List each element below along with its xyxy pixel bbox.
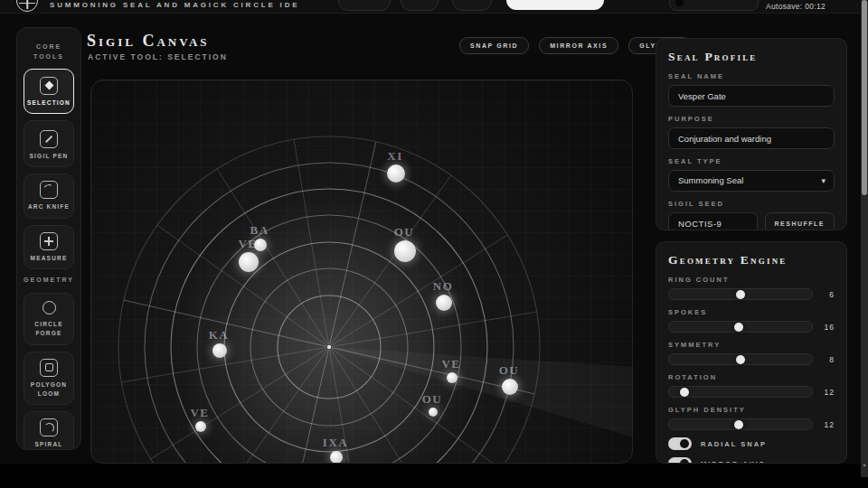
- glyph-node-ve[interactable]: [239, 252, 259, 272]
- topbar-action-3[interactable]: [452, 0, 492, 11]
- tool-button-sigil-pen[interactable]: SIGIL PEN: [24, 120, 74, 168]
- scrollbar-thumb[interactable]: [862, 0, 867, 195]
- glyph-density-value: 12: [820, 420, 835, 429]
- tool-label-selection: SELECTION: [26, 99, 71, 108]
- seal-type-value: Summoning Seal: [678, 175, 743, 185]
- rotation-value: 12: [820, 388, 835, 397]
- slider-thumb[interactable]: [736, 355, 745, 364]
- tool-label-sigil-pen: SIGIL PEN: [26, 152, 71, 161]
- rotation-slider[interactable]: [668, 386, 813, 398]
- chevron-down-icon: ▾: [821, 171, 826, 191]
- autosave-status: Autosave: 00:12: [766, 2, 826, 11]
- glyph-density-slider[interactable]: [668, 418, 813, 430]
- purpose-input[interactable]: [668, 127, 835, 149]
- geometry-engine-panel: Geometry Engine RING COUNT6SPOKES16SYMME…: [656, 241, 847, 464]
- tool-label-polygon-loom: POLYGON LOOM: [26, 380, 71, 399]
- section-label-core-tools: CORE TOOLS: [21, 42, 77, 61]
- seal-type-select[interactable]: Summoning Seal ▾: [668, 170, 835, 192]
- tool-button-measure[interactable]: MEASURE: [24, 225, 74, 269]
- glyph-label-ou: OU: [394, 225, 415, 239]
- glyph-node-no[interactable]: [436, 295, 452, 311]
- app-title: SUMMONING SEAL AND MAGICK CIRCLE IDE: [50, 1, 299, 9]
- topbar-action-1[interactable]: [338, 0, 391, 11]
- spokes-slider[interactable]: [668, 321, 813, 333]
- active-tool-status: ACTIVE TOOL: SELECTION: [88, 52, 228, 61]
- circle-forge-icon: [41, 300, 57, 316]
- purpose-label: PURPOSE: [668, 115, 835, 123]
- scrollbar-down-arrow-icon[interactable]: ▾: [861, 462, 868, 468]
- page-scrollbar[interactable]: ▾: [861, 0, 868, 477]
- slider-label-symmetry: SYMMETRY: [668, 341, 835, 349]
- glyph-node-ou[interactable]: [429, 408, 438, 417]
- sigil-seed-input[interactable]: [668, 212, 758, 230]
- mirror-axis-toggle[interactable]: [668, 457, 692, 464]
- tool-button-spiral-gate[interactable]: SPIRAL GATE: [24, 411, 74, 450]
- sigil-seed-label: SIGIL SEED: [668, 200, 835, 208]
- glyph-label-ve: VE: [441, 357, 460, 371]
- glyph-label-ixa: IXA: [323, 436, 348, 450]
- rings-svg: [91, 80, 633, 464]
- slider-thumb[interactable]: [680, 388, 689, 397]
- reshuffle-button[interactable]: RESHUFFLE: [765, 212, 835, 230]
- glyph-label-ve: VE: [238, 237, 257, 251]
- seal-type-label: SEAL TYPE: [668, 157, 835, 165]
- sigil-canvas[interactable]: XIOUBAVENOKAVEOUOUVEIXA: [90, 80, 633, 464]
- tool-button-polygon-loom[interactable]: POLYGON LOOM: [24, 352, 74, 406]
- tool-label-spiral-gate: SPIRAL GATE: [26, 440, 71, 450]
- tool-button-selection[interactable]: SELECTION: [24, 69, 74, 114]
- spokes-value: 16: [820, 323, 835, 332]
- slider-label-rotation: ROTATION: [668, 373, 835, 381]
- slider-thumb[interactable]: [736, 290, 745, 299]
- slider-label-spokes: SPOKES: [668, 308, 835, 316]
- tool-sidebar: CORE TOOLSSELECTIONSIGIL PENARC KNIFEMEA…: [16, 27, 81, 450]
- glyph-label-ba: BA: [250, 223, 269, 238]
- toggle-knob: [680, 459, 689, 464]
- toggle-knob: [680, 439, 689, 448]
- tool-label-circle-forge: CIRCLE FORGE: [26, 320, 71, 339]
- polygon-loom-icon: [40, 359, 58, 377]
- arc-knife-icon: [40, 181, 58, 199]
- topbar-action-2[interactable]: [401, 0, 439, 11]
- radial-snap-toggle[interactable]: [668, 437, 692, 450]
- glyph-node-xi[interactable]: [387, 164, 405, 183]
- topbar: SUMMONING SEAL AND MAGICK CIRCLE IDE Aut…: [0, 0, 861, 14]
- section-label-geometry: GEOMETRY: [21, 276, 77, 286]
- snap-grid-button[interactable]: SNAP GRID: [459, 37, 529, 54]
- topbar-status-pill[interactable]: [669, 0, 759, 11]
- glyph-node-ka[interactable]: [212, 343, 227, 358]
- mirror-axis-button[interactable]: MIRROR AXIS: [539, 37, 618, 54]
- slider-thumb[interactable]: [734, 420, 743, 429]
- glyph-node-ve[interactable]: [447, 372, 458, 383]
- glyph-node-ixa[interactable]: [330, 451, 343, 464]
- topbar-primary-button[interactable]: [506, 0, 604, 10]
- geometry-engine-title: Geometry Engine: [668, 253, 835, 267]
- toggle-group: RADIAL SNAPMIRROR AXIS: [668, 437, 835, 464]
- selection-icon: [40, 77, 58, 95]
- glyph-label-xi: XI: [387, 149, 402, 164]
- glyph-node-ou[interactable]: [394, 240, 416, 262]
- symmetry-value: 8: [820, 355, 835, 364]
- glyph-node-ou[interactable]: [502, 379, 518, 395]
- symmetry-slider[interactable]: [668, 353, 813, 365]
- tool-button-arc-knife[interactable]: ARC KNIFE: [24, 174, 74, 218]
- app-window: SUMMONING SEAL AND MAGICK CIRCLE IDE Aut…: [0, 0, 868, 488]
- ring-count-slider[interactable]: [668, 288, 813, 300]
- ring-count-value: 6: [820, 290, 835, 299]
- sigil-pen-icon: [40, 130, 58, 148]
- measure-icon: [40, 232, 58, 250]
- slider-thumb[interactable]: [734, 323, 743, 332]
- main-area: CORE TOOLSSELECTIONSIGIL PENARC KNIFEMEA…: [0, 14, 861, 464]
- glyph-label-ou: OU: [422, 392, 443, 407]
- tool-button-circle-forge[interactable]: CIRCLE FORGE: [24, 293, 74, 345]
- tool-label-arc-knife: ARC KNIFE: [26, 202, 71, 211]
- glyph-label-ve: VE: [190, 406, 209, 420]
- seal-profile-title: Seal Profile: [668, 50, 835, 64]
- slider-group: RING COUNT6SPOKES16SYMMETRY8ROTATION12GL…: [668, 276, 835, 430]
- slider-label-ring-count: RING COUNT: [668, 276, 835, 284]
- glyph-label-no: NO: [433, 279, 454, 294]
- tool-label-measure: MEASURE: [26, 254, 71, 263]
- seal-profile-panel: Seal Profile SEAL NAME PURPOSE SEAL TYPE…: [656, 38, 847, 230]
- spiral-gate-icon: [40, 418, 58, 436]
- seal-name-input[interactable]: [668, 85, 835, 107]
- glyph-node-ve[interactable]: [195, 421, 206, 432]
